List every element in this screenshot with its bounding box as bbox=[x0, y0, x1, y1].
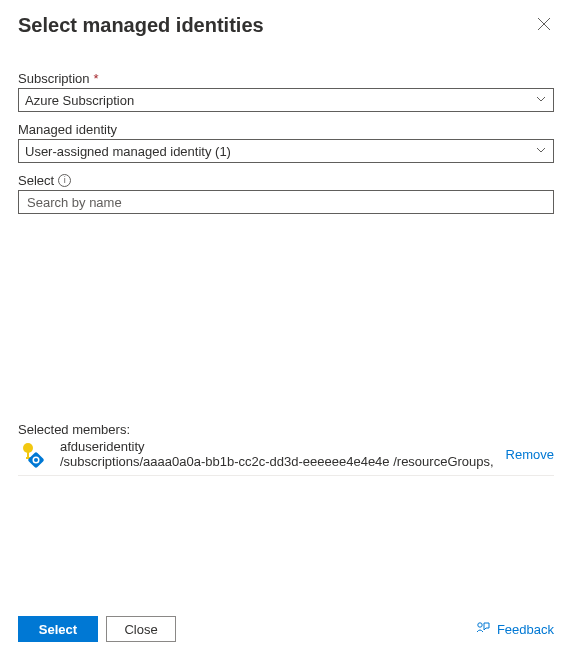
chevron-down-icon bbox=[535, 144, 547, 159]
panel-header: Select managed identities bbox=[18, 14, 554, 37]
managed-identity-value: User-assigned managed identity (1) bbox=[25, 144, 231, 159]
selected-member-row: afduseridentity /subscriptions/aaaa0a0a-… bbox=[18, 439, 554, 469]
select-label: Select bbox=[18, 173, 54, 188]
feedback-label: Feedback bbox=[497, 622, 554, 637]
select-button[interactable]: Select bbox=[18, 616, 98, 642]
svg-point-6 bbox=[478, 622, 482, 626]
member-name: afduseridentity bbox=[52, 439, 500, 454]
feedback-icon bbox=[475, 620, 491, 639]
chevron-down-icon bbox=[535, 93, 547, 108]
subscription-label: Subscription bbox=[18, 71, 90, 86]
subscription-select[interactable]: Azure Subscription bbox=[18, 88, 554, 112]
search-input[interactable] bbox=[25, 194, 547, 211]
managed-identity-field: Managed identity User-assigned managed i… bbox=[18, 122, 554, 163]
select-managed-identities-panel: Select managed identities Subscription *… bbox=[0, 0, 572, 656]
selected-members-section: Selected members: afduseridentity /subsc… bbox=[18, 422, 554, 476]
close-button[interactable]: Close bbox=[106, 616, 176, 642]
managed-identity-icon bbox=[18, 440, 46, 468]
selected-members-heading: Selected members: bbox=[18, 422, 554, 437]
subscription-value: Azure Subscription bbox=[25, 93, 134, 108]
managed-identity-label: Managed identity bbox=[18, 122, 117, 137]
close-icon[interactable] bbox=[534, 14, 554, 34]
member-text: afduseridentity /subscriptions/aaaa0a0a-… bbox=[52, 439, 500, 469]
svg-rect-1 bbox=[27, 451, 29, 458]
remove-link[interactable]: Remove bbox=[506, 447, 554, 462]
form-area: Subscription * Azure Subscription Manage… bbox=[18, 71, 554, 224]
search-input-wrapper bbox=[18, 190, 554, 214]
required-indicator: * bbox=[94, 71, 99, 86]
managed-identity-select[interactable]: User-assigned managed identity (1) bbox=[18, 139, 554, 163]
member-path: /subscriptions/aaaa0a0a-bb1b-cc2c-dd3d-e… bbox=[52, 454, 500, 469]
svg-point-5 bbox=[34, 458, 38, 462]
panel-footer: Select Close Feedback bbox=[18, 476, 554, 642]
subscription-field: Subscription * Azure Subscription bbox=[18, 71, 554, 112]
feedback-link[interactable]: Feedback bbox=[475, 620, 554, 639]
select-field: Select i bbox=[18, 173, 554, 214]
panel-title: Select managed identities bbox=[18, 14, 264, 37]
info-icon[interactable]: i bbox=[58, 174, 71, 187]
